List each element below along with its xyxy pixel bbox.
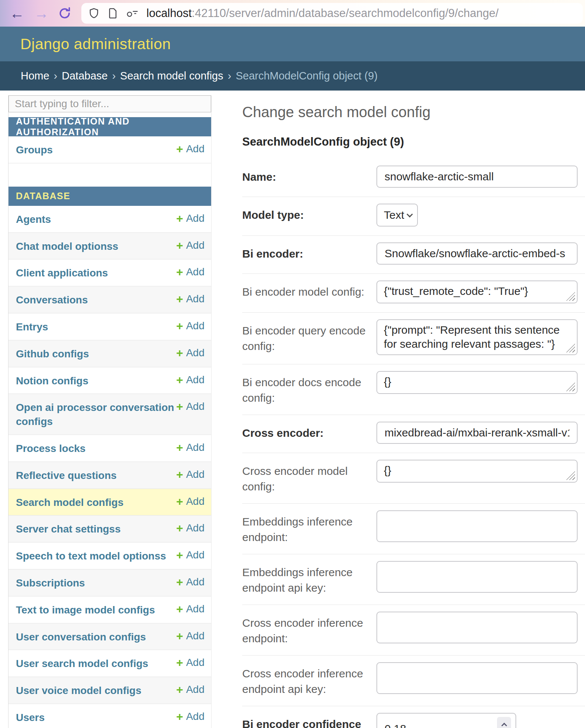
add-user-voice-model-configs-button[interactable]: +Add bbox=[176, 683, 204, 695]
add-label: Add bbox=[186, 347, 204, 359]
add-entrys-button[interactable]: +Add bbox=[176, 319, 204, 332]
embeddings-inference-endpoint-input[interactable] bbox=[376, 510, 578, 542]
add-label: Add bbox=[186, 320, 204, 332]
sidebar-link-conversations[interactable]: Conversations bbox=[16, 292, 176, 307]
model-type-select[interactable]: Text bbox=[376, 204, 418, 227]
add-label: Add bbox=[186, 522, 204, 534]
add-speech-to-text-model-optionss-button[interactable]: +Add bbox=[176, 548, 204, 561]
add-user-search-model-configs-button[interactable]: +Add bbox=[176, 656, 204, 669]
bi-encoder-confidence-threshold-stepper[interactable] bbox=[497, 717, 511, 728]
sidebar-link-user-search-model-configs[interactable]: User search model configs bbox=[16, 656, 176, 671]
sidebar-link-search-model-configs[interactable]: Search model configs bbox=[16, 495, 176, 510]
add-subscriptions-button[interactable]: +Add bbox=[176, 575, 204, 588]
sidebar-link-users[interactable]: Users bbox=[16, 710, 176, 725]
add-conversations-button[interactable]: +Add bbox=[176, 292, 204, 305]
stepper-up-icon[interactable] bbox=[501, 723, 507, 728]
site-title[interactable]: Django administration bbox=[20, 35, 171, 53]
add-chat-model-optionss-button[interactable]: +Add bbox=[176, 239, 204, 251]
url-host: localhost bbox=[146, 7, 192, 20]
bi-encoder-query-encode-config-textarea[interactable]: {"prompt": "Represent this sentence for … bbox=[376, 319, 578, 355]
browser-back-icon[interactable]: ← bbox=[10, 6, 24, 21]
cross-encoder-input[interactable] bbox=[376, 422, 578, 444]
sidebar-item-users: Users+Add bbox=[9, 704, 211, 728]
add-agents-button[interactable]: +Add bbox=[176, 212, 204, 224]
sidebar-item-user-search-model-configs: User search model configs+Add bbox=[9, 650, 211, 677]
add-client-applications-button[interactable]: +Add bbox=[176, 265, 204, 278]
add-user-conversation-configs-button[interactable]: +Add bbox=[176, 629, 204, 642]
add-process-locks-button[interactable]: +Add bbox=[176, 441, 204, 453]
breadcrumb-link-database[interactable]: Database bbox=[62, 70, 108, 82]
resize-handle[interactable] bbox=[566, 344, 575, 353]
add-groups-button[interactable]: +Add bbox=[176, 142, 204, 155]
sidebar-link-speech-to-text-model-optionss[interactable]: Speech to text model optionss bbox=[16, 548, 176, 563]
plus-icon: + bbox=[176, 469, 183, 480]
add-text-to-image-model-configs-button[interactable]: +Add bbox=[176, 602, 204, 615]
sidebar-link-chat-model-optionss[interactable]: Chat model optionss bbox=[16, 239, 176, 254]
sidebar-item-text-to-image-model-configs: Text to image model configs+Add bbox=[9, 596, 211, 623]
sidebar-link-text-to-image-model-configs[interactable]: Text to image model configs bbox=[16, 602, 176, 617]
bi-encoder-input[interactable] bbox=[376, 242, 578, 265]
sidebar-link-open-ai-processor-conversation-configs[interactable]: Open ai processor conversation configs bbox=[16, 400, 176, 429]
add-search-model-configs-button[interactable]: +Add bbox=[176, 495, 204, 507]
resize-handle[interactable] bbox=[566, 382, 575, 391]
sidebar-toggle-icon[interactable]: ‹ bbox=[0, 440, 0, 460]
sidebar-item-reflective-questions: Reflective questions+Add bbox=[9, 462, 211, 489]
sidebar-item-agents: Agents+Add bbox=[9, 206, 211, 233]
sidebar-link-entrys[interactable]: Entrys bbox=[16, 319, 176, 334]
add-label: Add bbox=[186, 143, 204, 155]
cross-encoder-model-config-textarea[interactable]: {} bbox=[376, 460, 578, 483]
sidebar-link-process-locks[interactable]: Process locks bbox=[16, 441, 176, 456]
add-notion-configs-button[interactable]: +Add bbox=[176, 373, 204, 386]
sidebar-link-subscriptions[interactable]: Subscriptions bbox=[16, 575, 176, 590]
sidebar-link-client-applications[interactable]: Client applications bbox=[16, 265, 176, 280]
sidebar-link-agents[interactable]: Agents bbox=[16, 212, 176, 227]
bi-encoder-model-config-textarea[interactable]: {"trust_remote_code": "True"} bbox=[376, 280, 578, 303]
add-reflective-questions-button[interactable]: +Add bbox=[176, 468, 204, 480]
breadcrumb-link-search-model-configs[interactable]: Search model configs bbox=[120, 70, 223, 82]
breadcrumb-separator: › bbox=[112, 70, 116, 82]
page-title: Change search model config bbox=[242, 104, 585, 120]
cross-encoder-control bbox=[376, 422, 578, 444]
add-label: Add bbox=[186, 496, 204, 507]
sidebar-link-github-configs[interactable]: Github configs bbox=[16, 346, 176, 361]
model-type-control: Text bbox=[376, 204, 418, 227]
breadcrumb: Home›Database›Search model configs›Searc… bbox=[0, 61, 585, 91]
sidebar-link-user-conversation-configs[interactable]: User conversation configs bbox=[16, 629, 176, 644]
bi-encoder-confidence-threshold-input[interactable]: 0.18 bbox=[376, 713, 516, 728]
plus-icon: + bbox=[176, 657, 183, 669]
bi-encoder-label: Bi encoder: bbox=[242, 242, 370, 262]
permissions-icon[interactable] bbox=[126, 8, 139, 19]
add-users-button[interactable]: +Add bbox=[176, 710, 204, 722]
plus-icon: + bbox=[176, 603, 183, 615]
sidebar-link-reflective-questions[interactable]: Reflective questions bbox=[16, 468, 176, 483]
sidebar-item-groups: Groups+Add bbox=[9, 136, 211, 163]
plus-icon: + bbox=[176, 239, 183, 251]
add-server-chat-settingss-button[interactable]: +Add bbox=[176, 521, 204, 534]
browser-refresh-icon[interactable] bbox=[58, 6, 72, 20]
plus-icon: + bbox=[176, 374, 183, 386]
name-input[interactable] bbox=[376, 166, 578, 188]
sidebar-link-groups[interactable]: Groups bbox=[16, 142, 176, 157]
sidebar-link-notion-configs[interactable]: Notion configs bbox=[16, 373, 176, 388]
add-open-ai-processor-conversation-configs-button[interactable]: +Add bbox=[176, 400, 204, 412]
breadcrumb-link-home[interactable]: Home bbox=[21, 70, 49, 82]
sidebar-link-server-chat-settingss[interactable]: Server chat settingss bbox=[16, 521, 176, 536]
embeddings-inference-endpoint-api-key-input[interactable] bbox=[376, 561, 578, 593]
browser-forward-icon[interactable]: → bbox=[34, 6, 49, 21]
add-label: Add bbox=[186, 549, 204, 561]
url-bar[interactable]: localhost:42110/server/admin/database/se… bbox=[81, 3, 583, 24]
cross-encoder-inference-endpoint-api-key-input[interactable] bbox=[376, 662, 578, 694]
sidebar-link-user-voice-model-configs[interactable]: User voice model configs bbox=[16, 683, 176, 698]
page-icon[interactable] bbox=[107, 7, 118, 19]
resize-handle[interactable] bbox=[566, 471, 575, 480]
resize-handle[interactable] bbox=[566, 292, 575, 301]
bi-encoder-docs-encode-config-textarea[interactable]: {} bbox=[376, 371, 578, 394]
sidebar-filter-input[interactable] bbox=[9, 95, 211, 112]
shield-icon[interactable] bbox=[88, 7, 100, 19]
plus-icon: + bbox=[176, 442, 183, 453]
add-github-configs-button[interactable]: +Add bbox=[176, 346, 204, 359]
sidebar-item-user-conversation-configs: User conversation configs+Add bbox=[9, 623, 211, 650]
bi-encoder-query-encode-config-label: Bi encoder query encode config: bbox=[242, 319, 370, 354]
sidebar-section-header: DATABASE bbox=[9, 187, 211, 206]
cross-encoder-inference-endpoint-input[interactable] bbox=[376, 612, 578, 643]
